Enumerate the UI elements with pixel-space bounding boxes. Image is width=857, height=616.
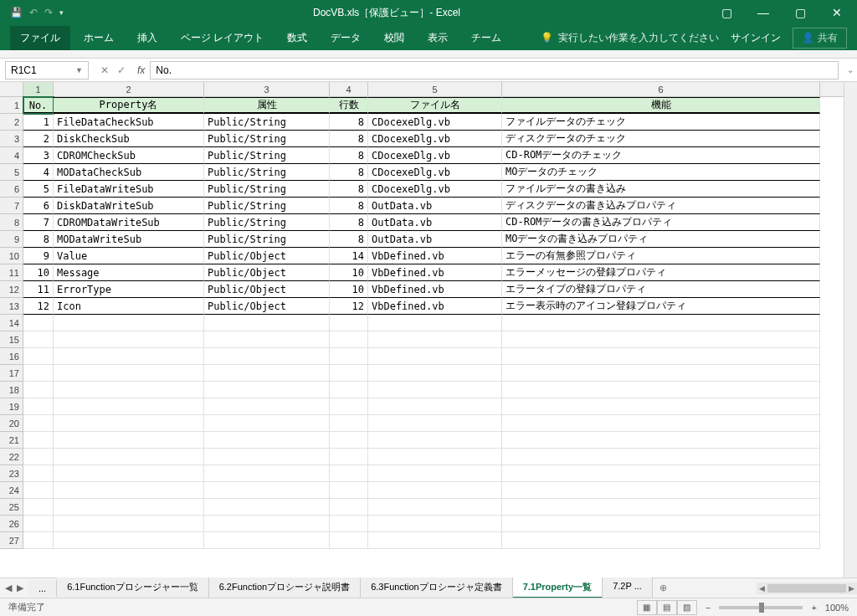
sheet-tab[interactable]: 6.3Functionプロシージャ定義書 [361,578,512,598]
empty-cell[interactable] [204,516,330,532]
zoom-in-button[interactable]: + [811,603,816,613]
data-cell[interactable]: CD-ROMデータの書き込みプロパティ [502,214,820,231]
tab-data[interactable]: データ [321,26,371,50]
empty-cell[interactable] [54,449,204,465]
empty-cell[interactable] [502,432,820,449]
empty-cell[interactable] [23,449,54,465]
empty-cell[interactable] [368,348,502,365]
empty-cell[interactable] [54,516,204,532]
sheet-tab[interactable]: 7.1Property一覧 [513,578,603,598]
data-cell[interactable]: Public/String [204,114,330,131]
cancel-icon[interactable]: ✕ [100,64,109,76]
tab-page-layout[interactable]: ページ レイアウト [171,26,274,50]
data-cell[interactable]: CDocexeDlg.vb [368,164,502,181]
data-cell[interactable]: 8 [330,198,368,214]
data-cell[interactable]: CDROMCheckSub [54,147,204,164]
empty-cell[interactable] [368,465,502,482]
data-cell[interactable]: エラーメッセージの登録プロパティ [502,264,820,281]
select-all-corner[interactable] [0,82,23,97]
data-cell[interactable]: Public/String [204,181,330,198]
data-cell[interactable]: OutData.vb [368,198,502,214]
formula-input[interactable]: No. [150,61,839,80]
data-cell[interactable]: ファイルデータの書き込み [502,181,820,198]
empty-cell[interactable] [368,516,502,532]
empty-cell[interactable] [330,415,368,432]
save-icon[interactable]: 💾 [10,7,23,18]
column-header[interactable]: 3 [204,82,330,96]
row-header[interactable]: 8 [0,214,23,231]
empty-cell[interactable] [204,415,330,432]
empty-cell[interactable] [54,315,204,331]
empty-cell[interactable] [23,365,54,382]
header-cell[interactable]: Property名 [54,97,204,114]
empty-cell[interactable] [330,365,368,382]
tab-home[interactable]: ホーム [74,26,124,50]
maximize-button[interactable]: ▢ [783,1,817,24]
row-header[interactable]: 7 [0,198,23,214]
row-header[interactable]: 20 [0,415,23,432]
empty-cell[interactable] [204,449,330,465]
empty-cell[interactable] [23,432,54,449]
empty-cell[interactable] [368,398,502,415]
data-cell[interactable]: 8 [330,114,368,131]
data-cell[interactable]: 8 [330,231,368,248]
row-header[interactable]: 27 [0,532,23,549]
sheet-tab[interactable]: 6.1Functionプロシージャー一覧 [57,578,208,598]
data-cell[interactable]: 8 [330,181,368,198]
minimize-button[interactable]: ― [747,1,780,24]
empty-cell[interactable] [330,398,368,415]
empty-cell[interactable] [54,482,204,499]
data-cell[interactable]: 7 [23,214,54,231]
empty-cell[interactable] [23,516,54,532]
data-cell[interactable]: エラータイプの登録プロパティ [502,281,820,298]
data-cell[interactable]: FileDataWriteSub [54,181,204,198]
row-header[interactable]: 17 [0,365,23,382]
empty-cell[interactable] [368,365,502,382]
data-cell[interactable]: 5 [23,181,54,198]
tab-nav-next-icon[interactable]: ▶ [17,583,23,593]
ribbon-display-icon[interactable]: ▢ [710,1,743,24]
empty-cell[interactable] [204,315,330,331]
data-cell[interactable]: Public/String [204,147,330,164]
empty-cell[interactable] [23,499,54,516]
empty-cell[interactable] [330,532,368,549]
empty-cell[interactable] [330,331,368,348]
empty-cell[interactable] [23,331,54,348]
data-cell[interactable]: 10 [330,264,368,281]
data-cell[interactable]: ErrorType [54,281,204,298]
row-header[interactable]: 10 [0,248,23,264]
column-header[interactable]: 2 [54,82,204,96]
data-cell[interactable]: 8 [330,214,368,231]
empty-cell[interactable] [204,398,330,415]
row-header[interactable]: 2 [0,114,23,131]
empty-cell[interactable] [54,465,204,482]
zoom-out-button[interactable]: − [706,603,711,613]
new-sheet-button[interactable]: ⊕ [653,583,674,593]
data-cell[interactable]: Public/String [204,164,330,181]
empty-cell[interactable] [330,315,368,331]
empty-cell[interactable] [502,465,820,482]
empty-cell[interactable] [204,482,330,499]
data-cell[interactable]: CDocexeDlg.vb [368,114,502,131]
tab-file[interactable]: ファイル [10,26,70,50]
empty-cell[interactable] [54,365,204,382]
data-cell[interactable]: VbDefined.vb [368,264,502,281]
zoom-slider[interactable] [719,606,803,609]
empty-cell[interactable] [368,382,502,398]
row-header[interactable]: 15 [0,331,23,348]
data-cell[interactable]: MOデータのチェック [502,164,820,181]
data-cell[interactable]: 10 [23,264,54,281]
tab-nav-prev-icon[interactable]: ◀ [5,583,12,593]
empty-cell[interactable] [502,482,820,499]
formula-expand-icon[interactable]: ⌄ [844,65,857,74]
empty-cell[interactable] [204,532,330,549]
data-cell[interactable]: 12 [330,298,368,315]
empty-cell[interactable] [204,382,330,398]
normal-view-button[interactable]: ▦ [637,600,657,615]
data-cell[interactable]: 3 [23,147,54,164]
page-layout-view-button[interactable]: ▤ [657,600,677,615]
data-cell[interactable]: 12 [23,298,54,315]
empty-cell[interactable] [54,499,204,516]
zoom-level[interactable]: 100% [825,603,849,613]
empty-cell[interactable] [502,516,820,532]
